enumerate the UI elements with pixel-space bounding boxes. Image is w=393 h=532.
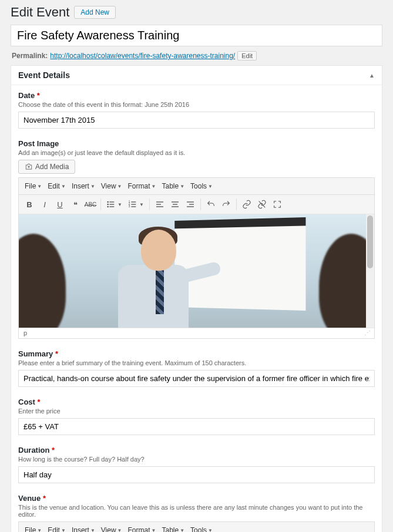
menu-view[interactable]: View▼	[99, 524, 125, 532]
link-icon[interactable]	[240, 197, 254, 211]
field-date: Date * Choose the date of this event in …	[18, 91, 375, 129]
permalink-edit-button[interactable]: Edit	[237, 51, 257, 60]
svg-rect-9	[131, 206, 136, 207]
italic-icon[interactable]: I	[38, 197, 52, 211]
svg-rect-17	[173, 204, 177, 204]
fullscreen-icon[interactable]	[270, 197, 284, 211]
svg-rect-7	[131, 201, 136, 202]
venue-label: Venue	[18, 494, 41, 503]
date-desc: Choose the date of this event in this fo…	[18, 101, 375, 108]
svg-point-3	[107, 204, 109, 206]
svg-point-5	[107, 206, 109, 208]
add-new-button[interactable]: Add New	[74, 6, 116, 19]
svg-rect-8	[131, 204, 136, 204]
strikethrough-icon[interactable]: ABC	[83, 197, 98, 211]
editor-scrollbar[interactable]	[366, 214, 374, 328]
page-title: Edit Event	[11, 5, 69, 20]
menu-format[interactable]: Format▼	[126, 524, 159, 532]
underline-icon[interactable]: U	[53, 197, 67, 211]
field-venue: Venue * This is the venue and location. …	[18, 494, 375, 532]
field-post-image: Post Image Add an image(s) or just leave…	[18, 139, 375, 339]
field-cost: Cost * Enter the price	[18, 398, 375, 435]
venue-editor: File▼ Edit▼ Insert▼ View▼ Format▼ Table▼…	[18, 521, 375, 532]
menu-insert[interactable]: Insert▼	[69, 180, 98, 192]
align-center-icon[interactable]	[168, 197, 182, 211]
svg-rect-6	[109, 206, 114, 207]
align-right-icon[interactable]	[183, 197, 197, 211]
menu-edit[interactable]: Edit▼	[45, 524, 68, 532]
date-input[interactable]	[18, 112, 375, 129]
menu-insert[interactable]: Insert▼	[69, 524, 98, 532]
align-left-icon[interactable]	[153, 197, 167, 211]
menu-view[interactable]: View▼	[99, 180, 125, 192]
event-details-metabox: Event Details ▲ Date * Choose the date o…	[11, 65, 382, 532]
numbered-list-icon[interactable]: 123▼	[126, 197, 146, 211]
required-icon: *	[52, 446, 55, 454]
unlink-icon[interactable]	[255, 197, 269, 211]
menu-table[interactable]: Table▼	[159, 524, 187, 532]
svg-rect-20	[189, 204, 194, 204]
permalink-row: Permalink: http://localhost/colaw/events…	[11, 49, 382, 65]
svg-point-0	[28, 166, 30, 168]
menu-file[interactable]: File▼	[22, 180, 44, 192]
editor-toolbar: B I U ❝ ABC ▼ 123▼	[19, 195, 374, 214]
menu-tools[interactable]: Tools▼	[188, 524, 215, 532]
event-title-input[interactable]	[11, 25, 382, 46]
svg-point-1	[107, 201, 109, 203]
field-summary: Summary * Please enter a brief summary o…	[18, 349, 375, 387]
date-label: Date	[18, 91, 35, 100]
menu-tools[interactable]: Tools▼	[188, 180, 215, 192]
menu-edit[interactable]: Edit▼	[45, 180, 68, 192]
media-icon	[25, 163, 33, 171]
content-image[interactable]	[19, 214, 366, 328]
editor-menubar: File▼ Edit▼ Insert▼ View▼ Format▼ Table▼…	[19, 522, 374, 532]
permalink-link[interactable]: http://localhost/colaw/events/fire-safet…	[50, 52, 235, 60]
cost-label: Cost	[18, 398, 35, 406]
required-icon: *	[37, 91, 40, 100]
undo-icon[interactable]	[204, 197, 218, 211]
summary-input[interactable]	[18, 370, 375, 387]
resize-handle-icon[interactable]: ⋰	[364, 329, 370, 337]
duration-input[interactable]	[18, 466, 375, 483]
bullet-list-icon[interactable]: ▼	[104, 197, 125, 211]
summary-label: Summary	[18, 349, 53, 358]
svg-text:3: 3	[129, 205, 130, 208]
editor-content-area[interactable]	[19, 214, 374, 328]
svg-rect-15	[156, 206, 163, 207]
metabox-toggle-icon[interactable]: ▲	[369, 72, 375, 79]
venue-desc: This is the venue and location. You can …	[18, 504, 375, 518]
post-image-desc: Add an image(s) or just leave the defaul…	[18, 149, 375, 156]
menu-format[interactable]: Format▼	[126, 180, 159, 192]
metabox-title: Event Details	[18, 70, 70, 80]
field-duration: Duration * How long is the course? Full …	[18, 446, 375, 483]
post-image-label: Post Image	[18, 139, 59, 148]
svg-rect-16	[172, 201, 179, 202]
svg-rect-14	[156, 204, 161, 204]
editor-path[interactable]: p	[23, 329, 27, 337]
redo-icon[interactable]	[219, 197, 233, 211]
menu-file[interactable]: File▼	[22, 524, 44, 532]
post-image-editor: File▼ Edit▼ Insert▼ View▼ Format▼ Table▼…	[18, 177, 375, 339]
bold-icon[interactable]: B	[22, 197, 36, 211]
required-icon: *	[38, 398, 41, 406]
editor-menubar: File▼ Edit▼ Insert▼ View▼ Format▼ Table▼…	[19, 178, 374, 195]
svg-rect-18	[172, 206, 179, 207]
duration-label: Duration	[18, 446, 49, 454]
svg-rect-19	[187, 201, 194, 202]
cost-desc: Enter the price	[18, 408, 375, 415]
permalink-label: Permalink:	[12, 52, 48, 60]
cost-input[interactable]	[18, 418, 375, 435]
required-icon: *	[43, 494, 46, 503]
summary-desc: Please enter a brief summary of the trai…	[18, 359, 375, 366]
svg-rect-13	[156, 201, 163, 202]
menu-table[interactable]: Table▼	[159, 180, 187, 192]
duration-desc: How long is the course? Full day? Half d…	[18, 456, 375, 463]
svg-rect-2	[109, 201, 114, 202]
metabox-header[interactable]: Event Details ▲	[11, 66, 382, 85]
blockquote-icon[interactable]: ❝	[68, 197, 82, 211]
svg-rect-4	[109, 204, 114, 204]
svg-rect-21	[187, 206, 194, 207]
add-media-button[interactable]: Add Media	[18, 160, 75, 174]
required-icon: *	[55, 349, 58, 358]
